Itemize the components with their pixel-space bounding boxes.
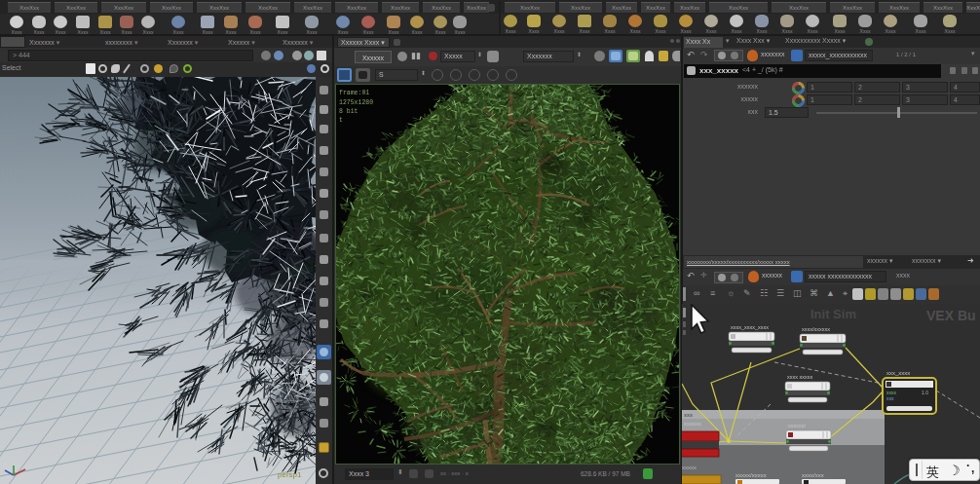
svg-text:xxxxxx/: xxxxxx/ bbox=[788, 423, 807, 428]
svg-text:xxxx xxxxx: xxxx xxxxx bbox=[787, 374, 813, 380]
svg-text:t: t bbox=[339, 117, 343, 124]
svg-text:xxx: xxx bbox=[886, 395, 894, 401]
svg-text:1.0: 1.0 bbox=[922, 390, 928, 395]
svg-text:VEX Bu: VEX Bu bbox=[926, 308, 976, 323]
svg-text:xxxxx/xxxxx: xxxxx/xxxxx bbox=[735, 472, 767, 478]
svg-text:xxx: xxx bbox=[684, 412, 693, 418]
svg-text:frame:01: frame:01 bbox=[339, 90, 369, 96]
svg-text:1275x1280: 1275x1280 bbox=[339, 99, 373, 106]
svg-text:xxxxx: xxxxx bbox=[682, 465, 697, 470]
svg-text:persp1: persp1 bbox=[278, 470, 302, 479]
svg-text:xxxxxx: xxxxxx bbox=[684, 421, 701, 427]
svg-text:xxxx/xxxxxx: xxxx/xxxxxx bbox=[802, 326, 830, 332]
svg-text:Init Sim: Init Sim bbox=[810, 307, 856, 321]
svg-text:xxxx_xxxx_xxxx: xxxx_xxxx_xxxx bbox=[731, 324, 769, 330]
svg-text:xxx_xxxx: xxx_xxxx bbox=[886, 370, 910, 376]
svg-text:xxxx/xxx: xxxx/xxx bbox=[802, 472, 824, 478]
svg-text:8 bit: 8 bit bbox=[339, 108, 358, 115]
